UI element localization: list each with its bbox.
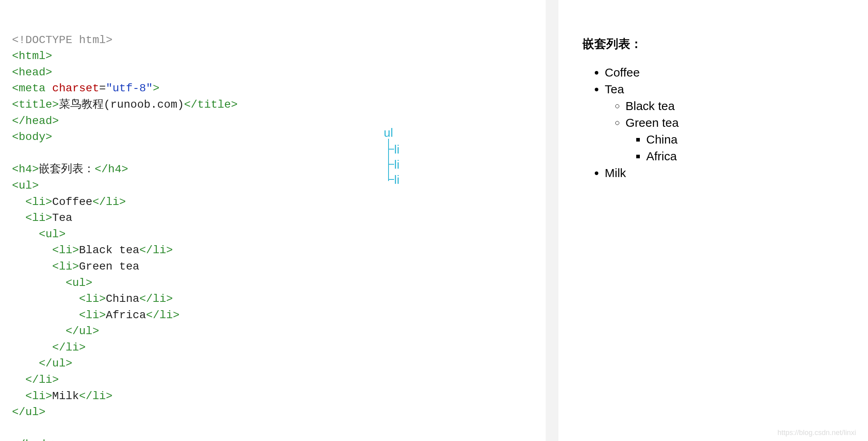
- code-africa: Africa: [106, 309, 146, 321]
- pane-divider: [535, 0, 558, 441]
- code-china: China: [106, 293, 139, 305]
- code-body-open: <body>: [12, 131, 52, 143]
- code-h4-close: </h4>: [95, 163, 128, 175]
- code-li-open: <li>: [26, 212, 52, 224]
- code-meta-val: "utf-8": [106, 82, 153, 94]
- list-item: Tea Black tea Green tea China Africa: [605, 81, 852, 165]
- code-li-close: </li>: [79, 390, 112, 402]
- tree-child-label: li: [394, 143, 399, 156]
- code-li-close: </li>: [52, 341, 86, 354]
- list-item: Africa: [646, 148, 852, 165]
- tree-child-label: li: [394, 173, 399, 187]
- code-li-close: </li>: [93, 196, 126, 208]
- tree-child-label: li: [394, 158, 399, 171]
- code-meta-eq: =: [99, 82, 106, 94]
- preview-list-level3: China Africa: [646, 131, 852, 165]
- code-li-open: <li>: [26, 196, 52, 208]
- code-ul-open-3: <ul>: [65, 277, 92, 289]
- code-source-pane: <!DOCTYPE html> <html> <head> <meta char…: [0, 0, 535, 441]
- list-item: Black tea: [625, 98, 852, 114]
- tree-root-label: ul: [384, 126, 393, 140]
- code-body-close: </body>: [12, 438, 59, 441]
- code-milk: Milk: [52, 390, 79, 402]
- list-item: Coffee: [605, 64, 852, 81]
- code-ul-open-1: <ul>: [12, 179, 39, 192]
- code-h4-text: 嵌套列表：: [39, 163, 95, 175]
- code-li-close: </li>: [146, 309, 180, 321]
- dom-tree-overlay: ul li li li: [383, 128, 495, 208]
- list-item-label: Tea: [605, 83, 624, 96]
- code-li-open: <li>: [52, 244, 79, 256]
- code-li-open: <li>: [26, 390, 52, 402]
- list-item: China: [646, 131, 852, 148]
- code-li-close: </li>: [139, 244, 173, 256]
- code-li-close: </li>: [26, 374, 59, 386]
- code-head-close: </head>: [12, 115, 59, 127]
- code-ul-close-1: </ul>: [12, 406, 45, 418]
- code-title-text: 菜鸟教程(runoob.com): [59, 98, 184, 111]
- code-doctype: <!DOCTYPE html>: [12, 34, 112, 46]
- code-green-tea: Green tea: [79, 260, 139, 273]
- code-tea: Tea: [52, 212, 72, 224]
- code-title-open: <title>: [12, 98, 59, 111]
- code-meta-attr: charset: [52, 82, 99, 94]
- list-item: Green tea China Africa: [625, 114, 852, 165]
- code-meta-close: >: [153, 82, 160, 94]
- code-black-tea: Black tea: [79, 244, 139, 256]
- code-ul-open-2: <ul>: [39, 228, 65, 240]
- list-item: Milk: [605, 165, 852, 181]
- code-head-open: <head>: [12, 66, 52, 79]
- list-item-label: Green tea: [625, 116, 679, 129]
- code-meta-open: <meta: [12, 82, 45, 94]
- code-coffee: Coffee: [52, 196, 93, 208]
- code-ul-close-2: </ul>: [39, 357, 72, 370]
- code-title-close: </title>: [184, 98, 237, 111]
- watermark-text: https://blog.csdn.net/linxi: [777, 429, 856, 437]
- code-h4-open: <h4>: [12, 163, 39, 175]
- code-li-open: <li>: [79, 309, 106, 321]
- code-li-open: <li>: [52, 260, 79, 273]
- preview-list-level2: Black tea Green tea China Africa: [625, 98, 852, 165]
- code-html-open: <html>: [12, 50, 52, 62]
- preview-heading: 嵌套列表：: [582, 36, 852, 52]
- code-li-open: <li>: [79, 293, 106, 305]
- preview-pane: 嵌套列表： Coffee Tea Black tea Green tea Chi…: [558, 0, 868, 441]
- code-block: <!DOCTYPE html> <html> <head> <meta char…: [12, 16, 523, 441]
- preview-list-level1: Coffee Tea Black tea Green tea China Afr…: [605, 64, 852, 181]
- code-li-close: </li>: [139, 293, 173, 305]
- code-ul-close-3: </ul>: [65, 325, 99, 337]
